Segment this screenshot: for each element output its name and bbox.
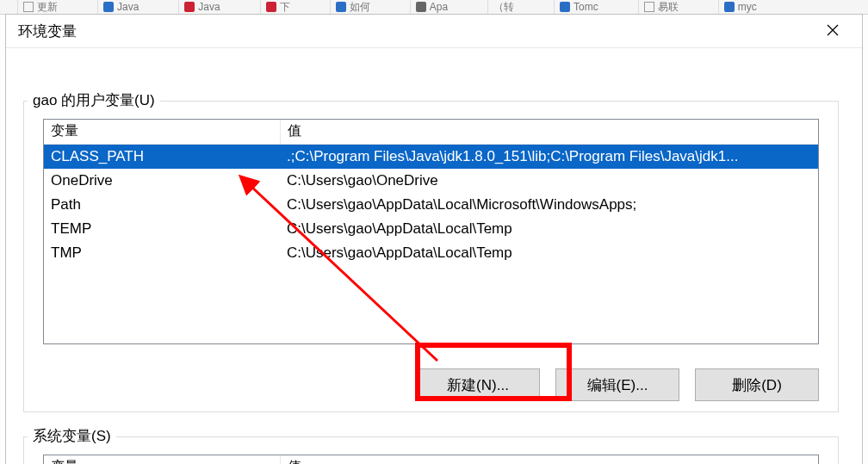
close-button[interactable] <box>815 22 850 40</box>
cell-variable: Path <box>44 195 280 215</box>
list-header: 变量 值 <box>44 120 818 145</box>
tabbar-tab[interactable]: Tomc <box>554 0 604 14</box>
system-variables-legend: 系统变量(S) <box>28 426 116 446</box>
cell-value: .;C:\Program Files\Java\jdk1.8.0_151\lib… <box>280 146 818 167</box>
tabbar-tab[interactable]: 如何 <box>330 0 375 14</box>
cell-value: C:\Users\gao\AppData\Local\Temp <box>280 219 818 239</box>
close-icon <box>827 24 839 36</box>
table-row[interactable]: OneDrive C:\Users\gao\OneDrive <box>44 169 818 193</box>
table-row[interactable]: TMP C:\Users\gao\AppData\Local\Temp <box>44 241 818 265</box>
user-buttons-row: 新建(N)... 编辑(E)... 删除(D) <box>416 368 819 401</box>
cell-variable: CLASS_PATH <box>44 146 280 167</box>
delete-button[interactable]: 删除(D) <box>695 368 819 401</box>
tabbar-tab[interactable]: Java <box>97 0 144 14</box>
tabbar-tab[interactable]: Apa <box>410 0 453 14</box>
header-value[interactable]: 值 <box>281 455 818 464</box>
table-row[interactable]: CLASS_PATH .;C:\Program Files\Java\jdk1.… <box>44 145 818 169</box>
table-row[interactable]: Path C:\Users\gao\AppData\Local\Microsof… <box>44 193 818 217</box>
tabbar-tab[interactable]: Java <box>178 0 225 14</box>
dialog-title: 环境变量 <box>18 22 77 41</box>
tabbar-tab[interactable]: myc <box>718 0 762 14</box>
tabbar-tab[interactable]: 更新 <box>17 0 63 14</box>
cell-variable: OneDrive <box>44 170 280 191</box>
table-row[interactable]: TEMP C:\Users\gao\AppData\Local\Temp <box>44 217 818 241</box>
cell-variable: TMP <box>44 243 280 263</box>
environment-variables-dialog: 环境变量 gao 的用户变量(U) 变量 值 CLASS_PATH <box>5 14 863 464</box>
list-header: 变量 值 <box>44 455 818 464</box>
tabbar-tab[interactable]: 易联 <box>638 0 684 14</box>
list-body: CLASS_PATH .;C:\Program Files\Java\jdk1.… <box>44 145 818 265</box>
tabbar-tab[interactable]: 下 <box>260 0 295 14</box>
titlebar: 环境变量 <box>6 15 862 48</box>
system-variables-group: 系统变量(S) 变量 值 <box>23 436 839 464</box>
cell-value: C:\Users\gao\OneDrive <box>280 170 818 191</box>
user-variables-legend: gao 的用户变量(U) <box>28 90 160 110</box>
user-variables-group: gao 的用户变量(U) 变量 值 CLASS_PATH .;C:\Progra… <box>23 101 839 412</box>
system-variables-list[interactable]: 变量 值 <box>43 455 819 464</box>
browser-tabs: 更新 Java Java 下 如何 Apa （转 Tomc 易联 myc <box>0 0 868 15</box>
user-variables-list[interactable]: 变量 值 CLASS_PATH .;C:\Program Files\Java\… <box>43 119 819 344</box>
new-button[interactable]: 新建(N)... <box>416 368 540 401</box>
cell-variable: TEMP <box>44 219 280 239</box>
cell-value: C:\Users\gao\AppData\Local\Temp <box>280 243 818 263</box>
header-variable[interactable]: 变量 <box>44 120 281 144</box>
header-variable[interactable]: 变量 <box>44 455 281 464</box>
tabbar-tab[interactable]: （转 <box>487 0 519 14</box>
header-value[interactable]: 值 <box>281 120 818 144</box>
edit-button[interactable]: 编辑(E)... <box>555 368 679 401</box>
cell-value: C:\Users\gao\AppData\Local\Microsoft\Win… <box>280 195 818 215</box>
